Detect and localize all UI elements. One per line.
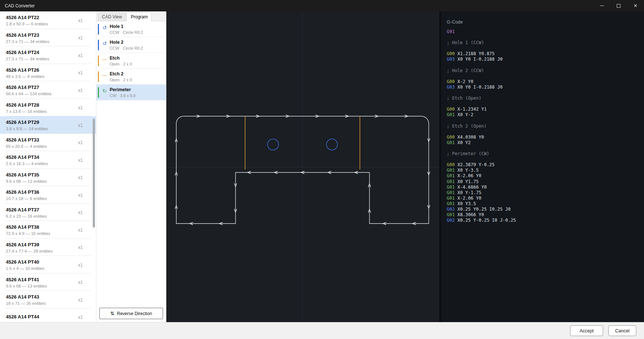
gcode-line: G02 X0.25 Y0.25 I0.25 J0 bbox=[447, 207, 638, 212]
operation-item[interactable]: ↺ Hole 2 CCW · Circle R0.2 bbox=[96, 37, 166, 53]
canvas-background bbox=[166, 11, 439, 322]
gcode-line bbox=[447, 118, 638, 124]
part-list-item[interactable]: 4526 A14 PT33 65 x 20.6 — 4 entities x1 bbox=[0, 134, 96, 151]
gcode-line: G01 X-2.06 Y0 bbox=[447, 196, 638, 201]
part-name: 4526 A14 PT35 bbox=[6, 172, 75, 178]
gcode-line: G01 X0 Y-3.5 bbox=[447, 168, 638, 173]
operation-accent bbox=[98, 87, 99, 98]
operation-accent bbox=[98, 56, 99, 66]
part-count: x1 bbox=[78, 18, 83, 23]
operation-accent bbox=[98, 24, 99, 35]
part-list-item[interactable]: 4526 A14 PT37 6.2 x 23 — 16 entities x1 bbox=[0, 204, 96, 221]
gcode-line: G01 X0 Y3.5 bbox=[447, 201, 638, 207]
line-icon: — bbox=[101, 72, 108, 78]
part-detail: 56.6 x 64 — 134 entities bbox=[6, 92, 75, 96]
gcode-line bbox=[447, 35, 638, 40]
gcode-text: G91 ; Hole 1 (CCW) G00 X1.2188 Y0.875G03… bbox=[441, 29, 644, 223]
part-name: 4526 A14 PT27 bbox=[6, 85, 75, 90]
part-detail: 48 x 3.5 — 6 entities bbox=[6, 74, 75, 79]
part-list-item[interactable]: 4526 A14 PT29 3.8 x 8.8 — 14 entities x1 bbox=[0, 116, 96, 134]
operation-detail: Open · 2 x 0 bbox=[110, 78, 163, 82]
minimize-icon bbox=[600, 6, 604, 6]
part-count: x1 bbox=[78, 88, 83, 93]
part-list-item[interactable]: 4526 A14 PT23 27.3 x 71 — 34 entities x1 bbox=[0, 29, 96, 47]
gcode-line: G01 X-4.6866 Y0 bbox=[447, 185, 638, 190]
scrollbar-thumb[interactable] bbox=[93, 119, 95, 228]
maximize-button[interactable] bbox=[610, 0, 627, 11]
part-list-item[interactable]: 4526 A14 PT39 27.4 x 77.4 — 28 entities … bbox=[0, 239, 96, 256]
part-name: 4526 A14 PT40 bbox=[6, 259, 75, 265]
gcode-line bbox=[447, 90, 638, 96]
part-detail: 9.6 x 68 — 12 entities bbox=[6, 179, 75, 183]
ccw-rotation-icon: ↺ bbox=[101, 25, 108, 31]
part-list-item[interactable]: 4526 A14 PT27 56.6 x 64 — 134 entities x… bbox=[0, 81, 96, 99]
part-list-item[interactable]: 4526 A14 PT43 18 x 71 — 35 entities x1 bbox=[0, 291, 96, 308]
tab-cad-view[interactable]: CAD View bbox=[98, 13, 126, 21]
part-detail: 72.9 x 4.9 — 15 entities bbox=[6, 231, 75, 236]
footer-bar: Accept Cancel bbox=[0, 322, 644, 339]
operation-item[interactable]: ↻ Perimeter CW · 3.8 x 8.8 bbox=[96, 85, 166, 100]
accept-button[interactable]: Accept bbox=[570, 325, 603, 336]
gcode-line: G02 X0.25 Y-0.25 I0 J-0.25 bbox=[447, 218, 638, 223]
part-list-item[interactable]: 4526 A14 PT34 2.5 x 16.3 — 4 entities x1 bbox=[0, 151, 96, 169]
part-list-item[interactable]: 4526 A14 PT28 7 x 13.6 — 16 entities x1 bbox=[0, 99, 96, 117]
part-detail: 27.3 x 71 — 34 entities bbox=[6, 39, 75, 44]
part-list-item[interactable]: 4526 A14 PT40 1.5 x 4 — 10 entities x1 bbox=[0, 256, 96, 274]
gcode-line bbox=[447, 146, 638, 151]
maximize-icon bbox=[617, 4, 620, 8]
operation-detail: CCW · Circle R0.2 bbox=[110, 46, 163, 50]
operation-title: Perimeter bbox=[110, 87, 163, 92]
part-list-item[interactable]: 4526 A14 PT35 9.6 x 68 — 12 entities x1 bbox=[0, 169, 96, 186]
gcode-panel: G-Code G91 ; Hole 1 (CCW) G00 X1.2188 Y0… bbox=[439, 11, 644, 322]
part-count: x1 bbox=[78, 123, 83, 128]
part-list-item[interactable]: 4526 A14 PT44 x1 bbox=[0, 308, 96, 322]
operation-item[interactable]: — Etch Open · 2 x 0 bbox=[96, 53, 166, 69]
gcode-line: ; Hole 1 (CCW) bbox=[447, 40, 638, 46]
sidebar-scrollbar[interactable] bbox=[93, 11, 95, 322]
tab-program[interactable]: Program bbox=[127, 13, 152, 21]
cancel-button[interactable]: Cancel bbox=[608, 325, 636, 336]
part-list-item[interactable]: 4526 A14 PT36 10.7 x 18 — 6 entities x1 bbox=[0, 186, 96, 204]
titlebar: CAD Converter ✕ bbox=[0, 0, 644, 11]
gcode-line: G91 bbox=[447, 29, 638, 35]
part-list-item[interactable]: 4526 A14 PT38 72.9 x 4.9 — 15 entities x… bbox=[0, 221, 96, 239]
gcode-line: G01 X0 Y-1.75 bbox=[447, 190, 638, 196]
close-button[interactable]: ✕ bbox=[627, 0, 644, 11]
part-detail: 65 x 20.6 — 4 entities bbox=[6, 144, 75, 149]
part-count: x1 bbox=[78, 158, 83, 163]
part-name: 4526 A14 PT43 bbox=[6, 294, 75, 300]
part-list-item[interactable]: 4526 A14 PT26 48 x 3.5 — 6 entities x1 bbox=[0, 64, 96, 82]
part-detail: 9.6 x 68 — 13 entities bbox=[6, 284, 75, 288]
operation-item[interactable]: — Etch 2 Open · 2 x 0 bbox=[96, 69, 166, 85]
part-name: 4526 A14 PT22 bbox=[6, 15, 75, 20]
part-detail: 1.5 x 4 — 10 entities bbox=[6, 266, 75, 271]
window-title: CAD Converter bbox=[0, 3, 35, 8]
gcode-line bbox=[447, 129, 638, 135]
cad-canvas[interactable] bbox=[166, 11, 439, 322]
operation-title: Etch bbox=[110, 56, 163, 61]
part-name: 4526 A14 PT33 bbox=[6, 137, 75, 143]
gcode-line: ; Etch (Open) bbox=[447, 96, 638, 101]
part-count: x1 bbox=[78, 228, 83, 233]
gcode-line: G01 X0 Y2 bbox=[447, 140, 638, 146]
reverse-direction-button[interactable]: ⇅ Reverse Direction bbox=[99, 308, 163, 319]
part-list-item[interactable]: 4526 A14 PT22 1.8 x 50.9 — 6 entities x1 bbox=[0, 11, 96, 29]
program-panel: CAD View Program ↺ Hole 1 CCW · Circle R… bbox=[96, 11, 166, 322]
part-count: x1 bbox=[78, 35, 83, 40]
part-name: 4526 A14 PT26 bbox=[6, 67, 75, 73]
part-detail: 2.5 x 16.3 — 4 entities bbox=[6, 161, 75, 166]
part-detail: 6.2 x 23 — 16 entities bbox=[6, 214, 75, 218]
part-name: 4526 A14 PT38 bbox=[6, 224, 75, 230]
gcode-line bbox=[447, 74, 638, 79]
cw-rotation-icon: ↻ bbox=[101, 88, 108, 94]
gcode-line: G03 X0 Y0 I-0.2188 J0 bbox=[447, 85, 638, 90]
part-list-item[interactable]: 4526 A14 PT24 27.3 x 71 — 34 entities x1 bbox=[0, 46, 96, 64]
gcode-line: ; Hole 2 (CCW) bbox=[447, 68, 638, 74]
operation-title: Hole 1 bbox=[110, 24, 163, 29]
minimize-button[interactable] bbox=[593, 0, 610, 11]
operation-accent bbox=[98, 71, 99, 82]
part-list-item[interactable]: 4526 A14 PT41 9.6 x 68 — 13 entities x1 bbox=[0, 274, 96, 291]
gcode-line: G01 X0 Y-2 bbox=[447, 112, 638, 118]
gcode-line: G00 X4.0308 Y0 bbox=[447, 135, 638, 140]
operation-item[interactable]: ↺ Hole 1 CCW · Circle R0.2 bbox=[96, 21, 166, 37]
